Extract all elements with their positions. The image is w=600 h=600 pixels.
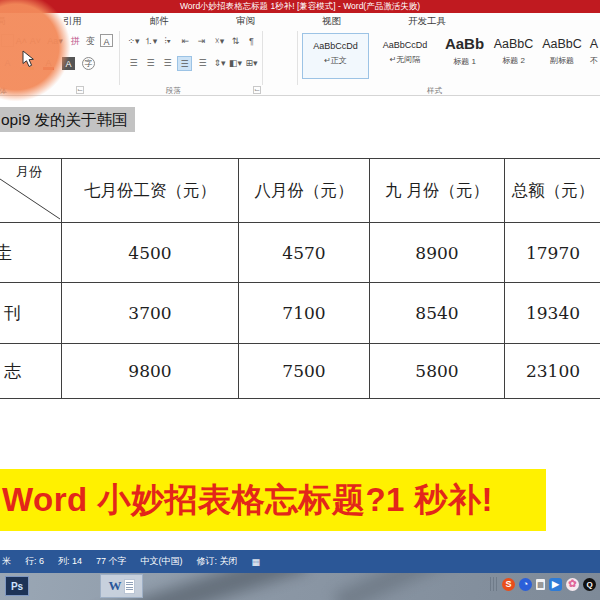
table-header-row: 月份 七月份工资（元） 八月份（元） 九 月份（元） 总额（元）	[0, 159, 600, 223]
style-label: ↵正文	[303, 55, 368, 66]
bullets-icon[interactable]: ⁘▾	[126, 34, 141, 49]
multilevel-list-icon[interactable]: ⫶▾	[160, 34, 175, 49]
shading-icon[interactable]: ◧▾	[228, 56, 243, 71]
style-heading2[interactable]: AaBbC 标题 2	[491, 33, 536, 79]
tray-handle-icon[interactable]	[490, 577, 498, 591]
note-icon[interactable]: ▤	[536, 579, 545, 590]
header-cell[interactable]: 总额（元）	[505, 159, 600, 223]
taskbar: Ps W S ◔ ▤ ▶ ✿ Q	[0, 573, 600, 600]
font-size-box[interactable]	[1, 34, 14, 47]
header-cell[interactable]: 九 月份（元）	[370, 159, 505, 223]
align-center-icon[interactable]: ☰	[143, 56, 158, 71]
style-subtitle[interactable]: AaBbC 副标题	[539, 33, 585, 79]
value-cell[interactable]: 17970	[505, 223, 600, 283]
borders-icon[interactable]: ⊞▾	[244, 56, 259, 71]
word-document-icon	[124, 579, 135, 594]
corner-cell[interactable]: 月份	[0, 159, 62, 223]
show-marks-icon[interactable]: ¶	[244, 34, 259, 49]
value-cell[interactable]: 8900	[370, 223, 505, 283]
font-group-label: 字体	[0, 86, 12, 96]
style-heading1[interactable]: AaBb 标题 1	[441, 33, 488, 79]
tab-references[interactable]: 引用	[63, 13, 82, 29]
tab-mailings[interactable]: 邮件	[150, 13, 169, 29]
justify-icon[interactable]: ☰	[177, 56, 192, 71]
value-cell[interactable]: 19340	[505, 283, 600, 344]
style-preview: AaBb	[441, 35, 488, 52]
value-cell[interactable]: 9800	[62, 344, 239, 399]
status-bar: 米 行: 6 列: 14 77 个字 中文(中国) 修订: 关闭 ▦	[0, 550, 600, 573]
header-cell[interactable]: 七月份工资（元）	[62, 159, 239, 223]
change-case-icon[interactable]: Aa▾	[45, 34, 65, 49]
distributed-icon[interactable]: ☰	[195, 56, 210, 71]
photoshop-taskbar-button[interactable]: Ps	[5, 576, 29, 596]
status-language[interactable]: 中文(中国)	[141, 555, 183, 568]
character-shading-icon[interactable]: A	[62, 57, 75, 70]
value-cell[interactable]: 5800	[370, 344, 505, 399]
enclose-character-icon[interactable]: 字	[82, 57, 95, 70]
style-partial[interactable]: A 不	[588, 33, 600, 79]
qq-penguin-icon[interactable]: Q	[583, 578, 596, 591]
align-right-icon[interactable]: ☰	[160, 56, 175, 71]
increase-indent-icon[interactable]: ⇥	[194, 34, 209, 49]
status-line[interactable]: 行: 6	[25, 555, 44, 568]
value-cell[interactable]: 4570	[239, 223, 370, 283]
phonetic-guide-icon[interactable]: 拼	[69, 34, 82, 49]
system-tray: S ◔ ▤ ▶ ✿ Q	[490, 577, 596, 591]
style-preview: AaBbC	[491, 37, 536, 51]
salary-table: 月份 七月份工资（元） 八月份（元） 九 月份（元） 总额（元） 圭 4500 …	[0, 158, 600, 399]
style-no-spacing[interactable]: AaBbCcDd ↵无间隔	[372, 33, 438, 79]
row-label-cell[interactable]: 圭	[0, 223, 62, 283]
word-taskbar-button[interactable]: W	[100, 574, 143, 598]
group-divider	[262, 31, 263, 85]
value-cell[interactable]: 7500	[239, 344, 370, 399]
style-label: 标题 2	[491, 55, 536, 66]
font-color-bar	[43, 67, 54, 70]
wallpaper-shadow	[333, 573, 487, 600]
tab-developer[interactable]: 开发工具	[408, 13, 446, 29]
line-spacing-icon[interactable]: ⇕▾	[212, 56, 227, 71]
character-style-icon[interactable]: 变	[84, 34, 97, 49]
status-ruler-partial: 米	[2, 555, 11, 568]
header-cell[interactable]: 八月份（元）	[239, 159, 370, 223]
row-label-cell[interactable]: 刊	[0, 283, 62, 344]
status-word-count[interactable]: 77 个字	[96, 555, 127, 568]
shrink-font-icon[interactable]: A˅	[29, 34, 42, 49]
value-cell[interactable]: 8540	[370, 283, 505, 344]
mouse-cursor-icon	[22, 50, 37, 68]
grow-font-icon[interactable]: A˄	[15, 34, 28, 49]
decrease-indent-icon[interactable]: ⇤	[178, 34, 193, 49]
asian-layout-icon[interactable]: ☓▾	[212, 34, 227, 49]
paragraph-dialog-launcher-icon[interactable]: ⌙	[253, 86, 261, 94]
input-flower-icon[interactable]: ✿	[566, 578, 579, 591]
tab-view[interactable]: 视图	[322, 13, 341, 29]
value-cell[interactable]: 3700	[62, 283, 239, 344]
style-normal[interactable]: AaBbCcDd ↵正文	[302, 33, 369, 79]
tab-review[interactable]: 审阅	[236, 13, 255, 29]
row-label-cell[interactable]: 志	[0, 344, 62, 399]
style-label: 副标题	[539, 55, 585, 66]
status-column[interactable]: 列: 14	[58, 555, 82, 568]
value-cell[interactable]: 7100	[239, 283, 370, 344]
numbering-icon[interactable]: ⒈▾	[143, 34, 158, 49]
document-page[interactable]: opi9 发的关于韩国 月份 七月份工资（元） 八月份（元） 九 月份（元） 总…	[0, 96, 600, 550]
tab-layout-partial[interactable]: 局	[0, 13, 6, 29]
value-cell[interactable]: 23100	[505, 344, 600, 399]
blue-ball-icon[interactable]: ◔	[519, 578, 532, 591]
value-cell[interactable]: 4500	[62, 223, 239, 283]
highlighted-banner[interactable]: Word 小妙招表格忘标题?1 秒补!	[0, 469, 546, 531]
font-dialog-launcher-icon[interactable]: ⌙	[76, 86, 84, 94]
font-color-icon[interactable]: A	[42, 56, 55, 71]
player-icon[interactable]: ▶	[549, 578, 562, 591]
sort-icon[interactable]: ⇅	[228, 34, 243, 49]
status-track-changes[interactable]: 修订: 关闭	[197, 555, 238, 568]
selected-text[interactable]: opi9 发的关于韩国	[0, 107, 135, 132]
sogou-icon[interactable]: S	[502, 578, 515, 591]
align-left-icon[interactable]: ☰	[126, 56, 141, 71]
word-window: Word小妙招表格忘标题 1秒补! [兼容模式] - Word(产品激活失败) …	[0, 0, 600, 600]
paragraph-group-label: 段落	[166, 86, 181, 96]
character-border-icon[interactable]: A	[100, 34, 113, 47]
text-effects-icon[interactable]: A	[1, 56, 14, 71]
keyboard-icon[interactable]: ▦	[252, 557, 261, 567]
style-preview: AaBbC	[539, 37, 585, 51]
banner-text: Word 小妙招表格忘标题?1 秒补!	[2, 469, 546, 531]
